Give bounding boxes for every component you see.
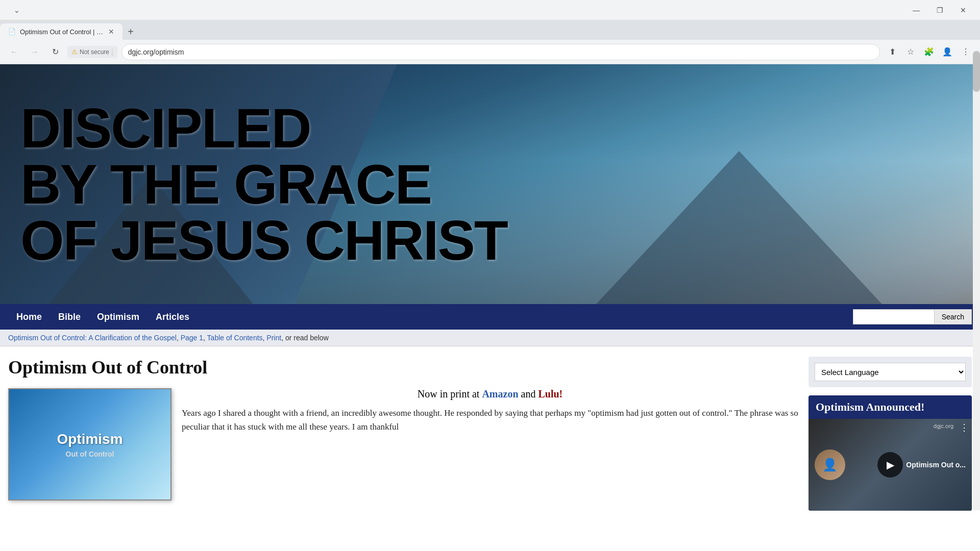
scrollbar[interactable] <box>973 51 980 510</box>
forward-button[interactable]: → <box>27 44 43 60</box>
reload-icon: ↻ <box>52 47 59 57</box>
restore-button[interactable]: ❐ <box>928 0 951 20</box>
banner-text-block: DISCIPLED BY THE GRACE OF JESUS CHRIST <box>0 85 528 284</box>
profile-icon: 👤 <box>942 47 952 57</box>
nav-home[interactable]: Home <box>8 304 50 330</box>
lulu-link[interactable]: Lulu! <box>538 388 562 399</box>
search-group: Search <box>853 309 972 324</box>
amazon-link[interactable]: Amazon <box>482 388 518 399</box>
banner-line1: DISCIPLED <box>20 96 311 159</box>
breadcrumb-link2[interactable]: Page 1 <box>181 334 203 342</box>
close-icon: ✕ <box>960 6 966 14</box>
bookmark-button[interactable]: ☆ <box>902 44 919 60</box>
tab-close-button[interactable]: ✕ <box>108 28 114 36</box>
tab-title: Optimism Out of Control | Discip <box>20 28 104 36</box>
video-avatar: 👤 <box>815 449 845 480</box>
breadcrumb-link4[interactable]: Print <box>266 334 281 342</box>
back-button[interactable]: ← <box>6 44 22 60</box>
and-text: and <box>519 388 538 399</box>
site-banner: DISCIPLED BY THE GRACE OF JESUS CHRIST <box>0 64 980 304</box>
active-tab[interactable]: 📄 Optimism Out of Control | Discip ✕ <box>0 23 122 40</box>
sidebar: Select Language English Spanish French G… <box>808 357 972 511</box>
video-site-label: dgjc.org <box>934 423 953 429</box>
book-cover-title: Optimism <box>57 431 122 448</box>
print-cta-prefix: Now in print at <box>418 388 482 399</box>
article-paragraph: Years ago I shared a thought with a frie… <box>182 406 798 434</box>
widget-header: Optimism Announced! <box>808 395 972 419</box>
banner-heading: DISCIPLED BY THE GRACE OF JESUS CHRIST <box>20 100 507 268</box>
share-icon: ⬆ <box>889 47 896 57</box>
back-icon: ← <box>10 47 18 57</box>
video-play-button[interactable]: ▶ <box>877 452 903 478</box>
security-badge: ⚠ Not secure | <box>67 46 117 58</box>
video-more-button[interactable]: ⋮ <box>960 422 969 433</box>
language-select[interactable]: Select Language English Spanish French G… <box>815 363 966 381</box>
article-area: Optimism Out of Control Optimism Out of … <box>8 357 798 511</box>
article-text-area: Now in print at Amazon and Lulu! Years a… <box>182 388 798 434</box>
nav-bible[interactable]: Bible <box>50 304 89 330</box>
banner-line3: OF JESUS CHRIST <box>20 209 507 271</box>
extensions-icon: 🧩 <box>924 47 934 57</box>
sidebar-widget: Optimism Announced! 👤 ▶ dgjc.org Optimis… <box>808 395 972 511</box>
breadcrumb-link1[interactable]: Optimism Out of Control: A Clarification… <box>8 334 177 342</box>
new-tab-button[interactable]: + <box>122 23 139 40</box>
search-button[interactable]: Search <box>935 309 972 324</box>
nav-optimism[interactable]: Optimism <box>89 304 148 330</box>
forward-icon: → <box>31 47 39 57</box>
language-selector-wrapper: Select Language English Spanish French G… <box>808 357 972 387</box>
share-button[interactable]: ⬆ <box>884 44 900 60</box>
address-bar[interactable] <box>121 44 880 60</box>
security-label: Not secure <box>80 48 109 56</box>
extensions-button[interactable]: 🧩 <box>921 44 937 60</box>
book-cover-image: Optimism Out of Control <box>8 388 172 500</box>
profile-button[interactable]: 👤 <box>939 44 955 60</box>
bookmark-icon: ☆ <box>907 47 914 57</box>
article-body-text: Years ago I shared a thought with a frie… <box>182 408 798 432</box>
scrollbar-thumb[interactable] <box>973 51 980 92</box>
nav-articles[interactable]: Articles <box>148 304 198 330</box>
site-navigation: Home Bible Optimism Articles Search <box>0 304 980 330</box>
reload-button[interactable]: ↻ <box>47 44 63 60</box>
article-body: Optimism Out of Control Now in print at … <box>8 388 798 500</box>
minimize-button[interactable]: — <box>904 0 928 20</box>
video-thumbnail[interactable]: 👤 ▶ dgjc.org Optimism Out o... ⋮ <box>808 419 972 511</box>
search-input[interactable] <box>853 309 935 324</box>
breadcrumb: Optimism Out of Control: A Clarification… <box>0 330 980 346</box>
video-title-overlay: Optimism Out o... <box>906 461 966 469</box>
menu-button[interactable]: ⋮ <box>958 44 974 60</box>
article-title: Optimism Out of Control <box>8 357 798 378</box>
book-cover-subtitle: Out of Control <box>66 450 114 458</box>
restore-icon: ❐ <box>937 6 943 14</box>
tab-favicon: 📄 <box>8 28 16 35</box>
minimize-icon: — <box>913 6 920 14</box>
window-list-button[interactable]: ⌄ <box>5 0 29 20</box>
window-list-icon: ⌄ <box>14 6 20 14</box>
banner-line2: BY THE GRACE <box>20 153 431 215</box>
main-content: Optimism Out of Control Optimism Out of … <box>0 346 980 521</box>
close-button[interactable]: ✕ <box>951 0 975 20</box>
play-icon: ▶ <box>887 459 894 471</box>
breadcrumb-link3[interactable]: Table of Contents <box>207 334 263 342</box>
warning-icon: ⚠ <box>71 48 78 56</box>
print-cta: Now in print at Amazon and Lulu! <box>182 388 798 400</box>
menu-icon: ⋮ <box>962 47 970 57</box>
